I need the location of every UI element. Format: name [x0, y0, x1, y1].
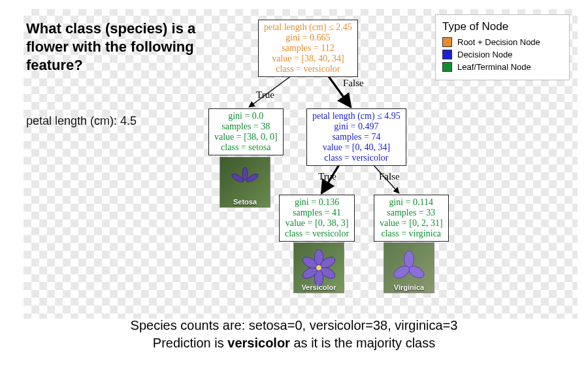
- legend-label: Leaf/Terminal Node: [457, 62, 531, 72]
- edge-label-false: False: [343, 78, 364, 89]
- node-leaf-virginica: gini = 0.114 samples = 33 value = [0, 2,…: [374, 195, 449, 242]
- node-line: petal length (cm) ≤ 4.95: [312, 111, 400, 121]
- caption-line1: Species counts are: setosa=0, versicolor…: [0, 317, 588, 334]
- node-line: value = [0, 38, 3]: [285, 218, 349, 229]
- bg-strip: [0, 0, 24, 369]
- edge-label-false: False: [379, 171, 400, 182]
- node-line: petal length (cm) ≤ 2.45: [264, 22, 352, 33]
- legend-row-leaf: Leaf/Terminal Node: [442, 62, 563, 72]
- node-line: gini = 0.665: [264, 33, 352, 43]
- svg-point-14: [404, 251, 414, 268]
- svg-point-4: [242, 167, 248, 180]
- node-leaf-versicolor: gini = 0.136 samples = 41 value = [0, 38…: [279, 195, 355, 242]
- node-line: samples = 38: [214, 121, 278, 132]
- legend-row-decision: Decision Node: [442, 50, 563, 59]
- photo-caption: Setosa: [233, 198, 257, 207]
- legend-title: Type of Node: [442, 20, 563, 33]
- caption-part: Prediction is: [153, 336, 228, 350]
- legend-swatch-leaf-icon: [442, 62, 452, 72]
- legend-swatch-root-icon: [442, 37, 452, 47]
- node-root: petal length (cm) ≤ 2.45 gini = 0.665 sa…: [258, 20, 358, 77]
- node-line: class = versicolor: [264, 64, 352, 74]
- edge-label-true: True: [256, 89, 274, 101]
- node-line: value = [38, 40, 34]: [264, 54, 352, 64]
- node-line: class = virginica: [380, 229, 443, 239]
- legend: Type of Node Root + Decision Node Decisi…: [435, 14, 570, 80]
- edge-label-true: True: [318, 171, 336, 182]
- bg-strip: [0, 0, 588, 9]
- node-decision: petal length (cm) ≤ 4.95 gini = 0.497 sa…: [306, 108, 406, 166]
- caption-line2: Prediction is versicolor as it is the ma…: [0, 334, 588, 352]
- node-leaf-setosa: gini = 0.0 samples = 38 value = [38, 0, …: [208, 108, 284, 155]
- photo-setosa: Setosa: [220, 157, 270, 208]
- feature-text: petal length (cm): 4.5: [26, 114, 137, 128]
- prediction-caption: Species counts are: setosa=0, versicolor…: [0, 317, 588, 352]
- node-line: value = [0, 40, 34]: [312, 142, 400, 153]
- legend-row-root: Root + Decision Node: [442, 37, 563, 47]
- node-line: class = versicolor: [312, 153, 400, 163]
- node-line: samples = 112: [264, 43, 352, 54]
- legend-label: Decision Node: [457, 50, 513, 59]
- svg-point-13: [316, 265, 322, 271]
- node-line: gini = 0.497: [312, 121, 400, 132]
- caption-bold: versicolor: [227, 336, 290, 350]
- photo-caption: Virginica: [394, 283, 424, 293]
- legend-swatch-decision-icon: [442, 50, 452, 59]
- caption-part: as it is the majority class: [290, 336, 435, 350]
- bg-strip: [578, 0, 588, 369]
- node-line: samples = 33: [380, 208, 443, 218]
- node-line: samples = 41: [285, 208, 349, 218]
- photo-virginica: Virginica: [384, 242, 434, 293]
- node-line: class = setosa: [214, 142, 278, 153]
- question-text: What class (species) is a flower with th…: [26, 20, 196, 74]
- node-line: samples = 74: [312, 132, 400, 142]
- node-line: class = versicolor: [285, 229, 349, 239]
- legend-label: Root + Decision Node: [457, 37, 540, 47]
- node-line: value = [38, 0, 0]: [214, 132, 278, 142]
- node-line: gini = 0.114: [380, 197, 443, 208]
- photo-caption: Versicolor: [301, 283, 336, 293]
- node-line: gini = 0.0: [214, 111, 278, 121]
- node-line: value = [0, 2, 31]: [380, 218, 443, 229]
- photo-versicolor: Versicolor: [293, 242, 344, 293]
- node-line: gini = 0.136: [285, 197, 349, 208]
